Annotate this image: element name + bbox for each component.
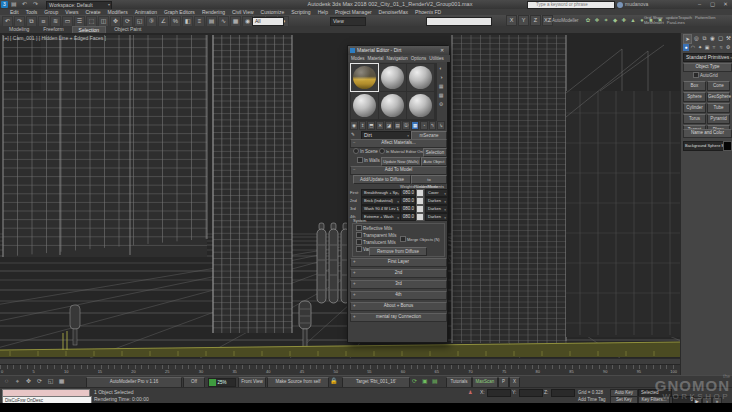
- autogrid-checkbox[interactable]: AutoGrid: [693, 72, 718, 79]
- material-editor-close-icon[interactable]: ✕: [438, 47, 446, 54]
- minimize-button[interactable]: –: [693, 0, 706, 9]
- material-editor-titlebar[interactable]: Material Editor - Dirt: [348, 46, 449, 55]
- primitive-button[interactable]: Pyramid: [707, 114, 730, 124]
- named-selection-sets[interactable]: [426, 17, 492, 26]
- primitive-button[interactable]: Cone: [707, 81, 730, 91]
- primitive-button[interactable]: Torus: [683, 114, 706, 124]
- layers-icon[interactable]: ▤: [432, 377, 438, 386]
- material-id-icon[interactable]: ⓪: [402, 121, 410, 130]
- go-forward-icon[interactable]: ↳: [437, 121, 445, 130]
- cat-spacewarps[interactable]: ≈: [718, 44, 724, 51]
- plugin-toolbar-button[interactable]: PatternGen: [695, 16, 715, 21]
- save-icon[interactable]: ▤: [11, 0, 17, 9]
- app-logo-icon[interactable]: 3: [1, 1, 8, 8]
- backlight-icon[interactable]: ◑: [439, 74, 442, 80]
- search-input[interactable]: Type a keyword or phrase: [527, 1, 615, 9]
- primitives-dropdown[interactable]: Standard Primitives: [683, 53, 732, 62]
- in-walls-checkbox[interactable]: In Walls: [357, 157, 380, 164]
- axis-x-button[interactable]: X: [506, 15, 517, 26]
- x-coord-field[interactable]: [487, 389, 511, 397]
- sample-slot[interactable]: [351, 92, 378, 119]
- ribbon-tab[interactable]: Object Paint: [108, 26, 147, 33]
- mode-dropdown[interactable]: Darken: [425, 197, 448, 205]
- cat-systems[interactable]: ⚙: [725, 44, 731, 51]
- tool-a-icon[interactable]: ✥: [24, 376, 33, 385]
- ribbon-tab[interactable]: Freeform: [37, 26, 69, 33]
- plugin-icon-2[interactable]: ❖: [593, 16, 601, 25]
- refresh-icon[interactable]: ⟳: [412, 377, 417, 386]
- add-time-tag[interactable]: Add Time Tag: [578, 396, 605, 403]
- axis-y-button[interactable]: Y: [518, 15, 529, 26]
- collapsed-rollout[interactable]: +About + Bonus: [350, 302, 447, 311]
- layer-map-dropdown[interactable]: Extreme + Wash: [361, 213, 401, 221]
- system-checkbox[interactable]: Reflective Mtls: [356, 225, 397, 232]
- sample-slot[interactable]: [379, 64, 406, 91]
- automodeller-toolbar-label[interactable]: AutoModeller: [552, 17, 579, 25]
- color-swatch[interactable]: [416, 197, 424, 205]
- primitive-button[interactable]: Tube: [707, 103, 730, 113]
- object-name-field[interactable]: Background Sphere Matte: [683, 141, 724, 151]
- merge-objects-checkbox[interactable]: Merge Objects (N): [400, 236, 440, 243]
- collapsed-rollout[interactable]: +mental ray Connection: [350, 313, 447, 322]
- z-coord-field[interactable]: [551, 389, 575, 397]
- radio-in-scene[interactable]: In Scene: [353, 148, 378, 155]
- isolate-status-icon[interactable]: ♟: [468, 389, 472, 396]
- mode-dropdown[interactable]: Cover: [425, 189, 448, 197]
- assign-material-icon[interactable]: ⬒: [367, 121, 375, 130]
- background-icon[interactable]: ▦: [439, 83, 444, 89]
- system-checkbox[interactable]: Transparent Mtls: [356, 232, 397, 239]
- lock-icon[interactable]: 🔒: [330, 377, 338, 386]
- viewport-label[interactable]: [+] [ Cam_001 ] [ Hidden Line + Edged Fa…: [3, 35, 106, 41]
- selection-filter-dropdown[interactable]: All: [252, 17, 284, 26]
- put-material-icon[interactable]: ↥: [359, 121, 367, 130]
- layer-map-dropdown[interactable]: Wash 90 4 W Lev 1: [361, 205, 401, 213]
- show-end-result-icon[interactable]: ◔: [420, 121, 428, 130]
- auto-object-button[interactable]: Auto Object: [421, 157, 447, 166]
- collapsed-rollout[interactable]: +2nd: [350, 269, 447, 278]
- close-button[interactable]: ✕: [719, 0, 732, 9]
- system-checkbox[interactable]: Translucent Mtls: [356, 239, 397, 246]
- maximize-button[interactable]: ▢: [706, 0, 719, 9]
- affect-materials-rollout[interactable]: −Affect Materials...: [350, 139, 447, 148]
- color-swatch[interactable]: [416, 189, 424, 197]
- name-color-rollout[interactable]: Name and Color: [683, 129, 732, 138]
- plugin-icon-3[interactable]: ✦: [602, 16, 610, 25]
- material-editor-menu-item[interactable]: Material: [368, 55, 384, 62]
- y-coord-field[interactable]: [519, 389, 543, 397]
- ribbon-tab[interactable]: Selection: [72, 26, 107, 33]
- cat-helpers[interactable]: ⌗: [711, 44, 717, 51]
- mode-dropdown[interactable]: Darken: [425, 205, 448, 213]
- plugin-toolbar-button[interactable]: MeshInsert: [644, 21, 664, 26]
- reset-map-icon[interactable]: ✕: [376, 121, 384, 130]
- collapsed-rollout[interactable]: +4th: [350, 291, 447, 300]
- update-now-button[interactable]: Update Now (Walls): [381, 157, 421, 166]
- layer-map-dropdown[interactable]: Brick (Industrial): [361, 197, 401, 205]
- weight-field[interactable]: 080.0: [400, 189, 416, 197]
- cat-cameras[interactable]: ▣: [704, 44, 710, 51]
- object-color-swatch[interactable]: [723, 141, 732, 151]
- ref-coord-dropdown[interactable]: View: [330, 17, 366, 26]
- tab-motion[interactable]: ◉: [709, 34, 716, 42]
- mode-dropdown[interactable]: Darken: [425, 213, 448, 221]
- tab-utilities[interactable]: ⚒: [725, 34, 732, 42]
- avatar[interactable]: [617, 2, 623, 8]
- redo-icon[interactable]: ↷: [33, 0, 38, 9]
- tab-modify[interactable]: ◎: [693, 34, 700, 42]
- primitive-button[interactable]: Sphere: [683, 92, 706, 102]
- go-parent-icon[interactable]: ↰: [429, 121, 437, 130]
- material-editor-menu-item[interactable]: Options: [411, 55, 427, 62]
- material-editor-menu-item[interactable]: Navigation: [387, 55, 408, 62]
- sample-type-icon[interactable]: ◐: [439, 65, 442, 71]
- signin-user[interactable]: mudanova: [625, 0, 648, 9]
- isolate-icon[interactable]: ◌: [2, 376, 11, 385]
- weight-field[interactable]: 080.0: [400, 197, 416, 205]
- weight-field[interactable]: 080.0: [400, 213, 416, 221]
- tab-create[interactable]: ➤: [683, 34, 692, 44]
- get-material-icon[interactable]: ◉: [350, 121, 358, 130]
- show-map-icon[interactable]: ▦: [411, 121, 419, 130]
- plugin-icon-6[interactable]: ▲: [629, 16, 637, 25]
- sample-slot[interactable]: [379, 92, 406, 119]
- put-library-icon[interactable]: ▤: [394, 121, 402, 130]
- plugin-toolbar-button[interactable]: ParaLines: [667, 21, 685, 26]
- material-editor-window[interactable]: Material Editor - Dirt ✕ ModesMaterialNa…: [347, 45, 448, 343]
